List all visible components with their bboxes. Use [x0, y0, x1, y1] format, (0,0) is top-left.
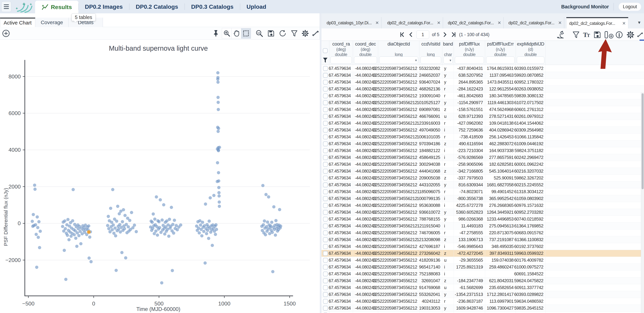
expand-table-button[interactable] — [636, 30, 644, 39]
column-header-expMidptMJD[interactable]: expMidptMJD(d)double — [516, 41, 546, 65]
table-row[interactable]: 67.4579634-44.08024312522205987345562123… — [322, 278, 644, 284]
close-tab-icon[interactable]: ✕ — [495, 20, 501, 25]
table-row[interactable]: 67.4579634-44.08024312522205987345562121… — [322, 147, 644, 154]
row-checkbox[interactable] — [323, 258, 328, 263]
logout-button[interactable]: Logout — [618, 2, 641, 11]
row-checkbox[interactable] — [323, 66, 328, 71]
tab-dp02-images[interactable]: DP0.2 Images — [78, 0, 129, 13]
pin-chart-button[interactable] — [212, 30, 220, 37]
filter-all-icon[interactable] — [322, 57, 328, 63]
row-checkbox[interactable] — [323, 285, 328, 290]
filter-table-button[interactable] — [572, 30, 580, 39]
row-checkbox[interactable] — [323, 148, 328, 153]
panel-splitter[interactable] — [320, 13, 322, 313]
row-checkbox[interactable] — [323, 134, 328, 140]
table-row[interactable]: 67.4579634-44.08024312522205987345562129… — [322, 202, 644, 209]
row-checkbox[interactable] — [323, 121, 328, 126]
column-header-ccdVisitId[interactable]: ccdVisitIdlong — [420, 41, 442, 65]
table-tab-4[interactable]: dp02_dc2_catalogs.For...✕ — [506, 17, 564, 28]
row-checkbox[interactable] — [323, 182, 328, 187]
first-page-icon[interactable] — [400, 32, 405, 38]
column-header-coord_dec[interactable]: coord_dec(deg)double — [353, 41, 378, 65]
filter-input-expMidptMJD[interactable] — [517, 56, 544, 64]
table-row[interactable]: 67.4579634-44.08024312522205987345562122… — [322, 250, 644, 257]
select-all-checkbox[interactable] — [323, 48, 328, 53]
table-row[interactable]: 67.4579634-44.08024312522205987345562127… — [322, 230, 644, 236]
filter-input-coord_dec[interactable] — [354, 56, 377, 64]
table-tab-3[interactable]: dp02_dc2_catalogs.For...✕ — [445, 17, 504, 28]
add-chart-button[interactable] — [2, 30, 10, 37]
table-row[interactable]: 67.4579634-44.08024312522205987345562127… — [322, 270, 644, 278]
row-checkbox[interactable] — [323, 107, 328, 112]
filter-input-psfDiffFluxErr[interactable] — [486, 56, 514, 64]
row-checkbox[interactable] — [323, 251, 328, 256]
row-checkbox[interactable] — [323, 210, 328, 215]
table-settings-button[interactable] — [626, 30, 635, 39]
row-checkbox[interactable] — [323, 292, 328, 297]
zoom-original-button[interactable]: 1X — [256, 30, 263, 37]
row-checkbox[interactable] — [323, 114, 328, 119]
table-row[interactable]: 67.4579634-44.08024312522205987345562125… — [322, 291, 644, 298]
table-row[interactable]: 67.4579634-44.08024312522205987345562121… — [322, 305, 644, 312]
table-tab-1[interactable]: dp03_catalogs_10yr.Di...✕ — [324, 17, 382, 28]
close-tab-icon[interactable]: ✕ — [556, 20, 562, 25]
zoom-in-tool-button[interactable] — [222, 28, 232, 38]
row-checkbox[interactable] — [323, 196, 328, 201]
scatter-plot[interactable]: −200002000400060008000−500050010001500 — [0, 40, 320, 313]
table-row[interactable]: 67.4579634-44.08024312522205987345562124… — [322, 113, 644, 120]
table-row[interactable]: 67.4579634-44.08024312522205987345562127… — [322, 216, 644, 222]
table-row[interactable]: 67.4579634-44.08024312522205987345562129… — [322, 284, 644, 291]
row-checkbox[interactable] — [323, 142, 328, 146]
table-row[interactable]: 67.4579634-44.08024312522205987345562129… — [322, 140, 644, 147]
menu-icon[interactable] — [1, 1, 11, 12]
chart-settings-button[interactable] — [301, 30, 309, 37]
table-row[interactable]: 67.4579634-44.08024312522205987345562122… — [322, 175, 644, 182]
row-checkbox[interactable] — [323, 128, 328, 132]
table-row[interactable]: 67.4579634-44.08024312522205987345562121… — [322, 188, 644, 195]
save-table-button[interactable] — [593, 30, 602, 39]
pan-tool-button[interactable] — [232, 28, 241, 38]
row-checkbox[interactable] — [323, 94, 328, 98]
save-chart-button[interactable] — [267, 30, 275, 37]
row-checkbox[interactable] — [323, 87, 328, 92]
background-monitor-link[interactable]: Background Monitor — [561, 4, 609, 10]
box-select-tool-button[interactable] — [241, 28, 251, 38]
table-row[interactable]: 67.4579634-44.08024312522205987345562129… — [322, 79, 644, 86]
column-header-psfDiffFluxErr[interactable]: psfDiffFluxErr(nJy)double — [485, 41, 516, 65]
row-checkbox[interactable] — [323, 217, 328, 222]
prev-page-icon[interactable] — [408, 32, 414, 38]
table-row[interactable]: 67.4579634-44.08024312522205987345562124… — [322, 168, 644, 175]
column-header-band[interactable]: bandchar▾ — [442, 41, 454, 65]
tab-dp02-catalogs[interactable]: DP0.2 Catalogs — [129, 0, 185, 13]
filter-input-coord_ra[interactable] — [330, 56, 352, 64]
filter-input-diaObjectId[interactable] — [379, 56, 418, 64]
table-row[interactable]: 67.4579634-44.08024312522205987345562121… — [322, 222, 644, 230]
filter-input-ccdVisitId[interactable] — [420, 56, 441, 64]
row-checkbox[interactable] — [323, 100, 328, 105]
tab-upload[interactable]: Upload — [240, 0, 273, 13]
scrollbar-thumb[interactable] — [642, 93, 644, 189]
column-header-psfDiffFlux[interactable]: psfDiffFlux(nJy)double — [454, 41, 485, 65]
tab-list-dropdown-icon[interactable]: ▼ — [637, 20, 641, 25]
table-tab-5-active[interactable]: dp02_dc2_catalogs.For...✕ — [566, 17, 628, 28]
row-checkbox[interactable] — [323, 169, 328, 174]
tab-dp03-catalogs[interactable]: DP0.3 Catalogs — [184, 0, 240, 13]
filter-dropdown-icon[interactable]: ▾ — [450, 58, 451, 62]
table-row[interactable]: 67.4579634-44.08024312522205987345562126… — [322, 106, 644, 113]
last-page-icon[interactable] — [450, 32, 456, 38]
table-row[interactable]: 67.4579634-44.08024312522205987345562121… — [322, 92, 644, 99]
filter-input-psfDiffFlux[interactable] — [455, 56, 484, 64]
close-tab-icon[interactable]: ✕ — [620, 21, 626, 26]
row-checkbox[interactable] — [323, 80, 328, 84]
table-row[interactable]: 67.4579634-44.08024312522205987345562124… — [322, 127, 644, 134]
row-checkbox[interactable] — [323, 244, 328, 249]
row-checkbox[interactable] — [323, 237, 328, 242]
row-checkbox[interactable] — [323, 155, 328, 160]
row-checkbox[interactable] — [323, 299, 328, 304]
table-row[interactable]: 67.4579634-44.08024312522205987345562122… — [322, 312, 644, 313]
next-page-icon[interactable] — [442, 32, 448, 38]
table-tab-2[interactable]: dp02_dc2_catalogs.For...✕ — [384, 17, 443, 28]
row-checkbox[interactable] — [323, 230, 328, 235]
table-vertical-scrollbar[interactable] — [641, 92, 644, 313]
row-checkbox[interactable] — [323, 272, 328, 276]
